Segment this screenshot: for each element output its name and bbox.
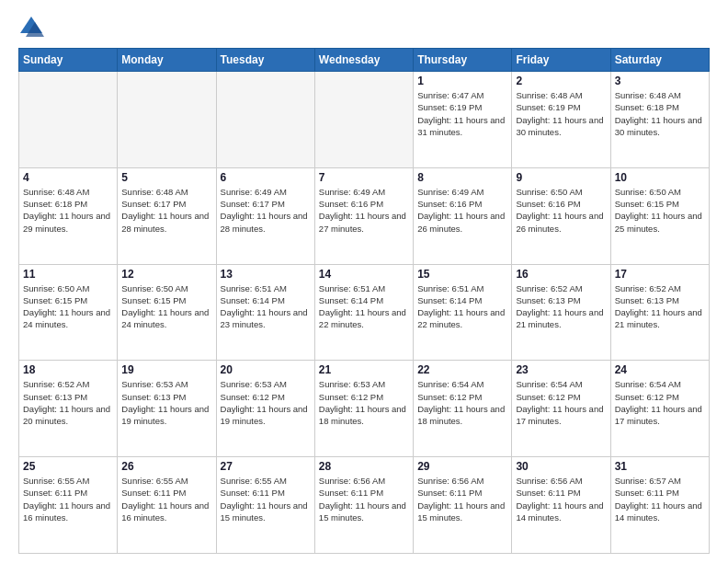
calendar-header-row: SundayMondayTuesdayWednesdayThursdayFrid… [19, 49, 710, 72]
calendar-cell [19, 72, 118, 168]
calendar-cell: 18Sunrise: 6:52 AMSunset: 6:13 PMDayligh… [19, 361, 118, 457]
calendar-week-4: 18Sunrise: 6:52 AMSunset: 6:13 PMDayligh… [19, 361, 710, 457]
calendar-cell: 17Sunrise: 6:52 AMSunset: 6:13 PMDayligh… [610, 264, 709, 361]
calendar-cell: 2Sunrise: 6:48 AMSunset: 6:19 PMDaylight… [512, 72, 610, 168]
calendar-cell [216, 72, 314, 168]
day-number: 1 [417, 75, 507, 87]
day-number: 26 [121, 460, 211, 473]
day-number: 11 [23, 268, 113, 281]
day-number: 9 [516, 171, 606, 184]
logo-icon [18, 15, 44, 40]
day-info: Sunrise: 6:50 AMSunset: 6:15 PMDaylight:… [615, 186, 705, 235]
calendar-week-3: 11Sunrise: 6:50 AMSunset: 6:15 PMDayligh… [19, 264, 710, 361]
day-info: Sunrise: 6:48 AMSunset: 6:18 PMDaylight:… [23, 186, 113, 235]
column-header-friday: Friday [512, 49, 610, 72]
day-number: 15 [417, 268, 507, 281]
day-info: Sunrise: 6:49 AMSunset: 6:16 PMDaylight:… [417, 186, 507, 235]
day-info: Sunrise: 6:52 AMSunset: 6:13 PMDaylight:… [615, 282, 705, 331]
day-number: 20 [221, 363, 311, 376]
page: SundayMondayTuesdayWednesdayThursdayFrid… [0, 0, 728, 563]
day-number: 31 [615, 460, 705, 473]
day-info: Sunrise: 6:54 AMSunset: 6:12 PMDaylight:… [417, 378, 507, 427]
day-number: 10 [615, 171, 705, 184]
day-number: 6 [221, 171, 311, 184]
day-info: Sunrise: 6:56 AMSunset: 6:11 PMDaylight:… [319, 475, 409, 523]
calendar-cell: 13Sunrise: 6:51 AMSunset: 6:14 PMDayligh… [216, 264, 314, 361]
day-number: 2 [516, 75, 606, 87]
day-info: Sunrise: 6:51 AMSunset: 6:14 PMDaylight:… [221, 282, 311, 331]
day-info: Sunrise: 6:50 AMSunset: 6:15 PMDaylight:… [23, 282, 113, 331]
calendar-cell: 6Sunrise: 6:49 AMSunset: 6:17 PMDaylight… [216, 167, 314, 264]
calendar-cell: 5Sunrise: 6:48 AMSunset: 6:17 PMDaylight… [118, 167, 216, 264]
day-number: 17 [615, 268, 705, 281]
calendar-cell: 1Sunrise: 6:47 AMSunset: 6:19 PMDaylight… [414, 72, 512, 168]
calendar-cell: 22Sunrise: 6:54 AMSunset: 6:12 PMDayligh… [414, 361, 512, 457]
column-header-sunday: Sunday [19, 49, 118, 72]
calendar-cell [314, 72, 413, 168]
calendar-cell [118, 72, 216, 168]
calendar-cell: 29Sunrise: 6:56 AMSunset: 6:11 PMDayligh… [414, 457, 512, 554]
day-info: Sunrise: 6:55 AMSunset: 6:11 PMDaylight:… [121, 475, 211, 523]
day-number: 5 [121, 171, 211, 184]
day-info: Sunrise: 6:48 AMSunset: 6:19 PMDaylight:… [516, 89, 606, 138]
day-info: Sunrise: 6:53 AMSunset: 6:12 PMDaylight:… [221, 378, 311, 427]
column-header-wednesday: Wednesday [314, 49, 413, 72]
column-header-thursday: Thursday [414, 49, 512, 72]
calendar-cell: 24Sunrise: 6:54 AMSunset: 6:12 PMDayligh… [610, 361, 709, 457]
calendar-cell: 7Sunrise: 6:49 AMSunset: 6:16 PMDaylight… [314, 167, 413, 264]
column-header-tuesday: Tuesday [216, 49, 314, 72]
calendar-cell: 16Sunrise: 6:52 AMSunset: 6:13 PMDayligh… [512, 264, 610, 361]
day-number: 16 [516, 268, 606, 281]
day-number: 21 [319, 363, 409, 376]
day-info: Sunrise: 6:55 AMSunset: 6:11 PMDaylight:… [221, 475, 311, 523]
day-number: 29 [417, 460, 507, 473]
calendar-cell: 8Sunrise: 6:49 AMSunset: 6:16 PMDaylight… [414, 167, 512, 264]
calendar-cell: 28Sunrise: 6:56 AMSunset: 6:11 PMDayligh… [314, 457, 413, 554]
day-info: Sunrise: 6:52 AMSunset: 6:13 PMDaylight:… [23, 378, 113, 427]
day-number: 3 [615, 75, 705, 87]
calendar-cell: 20Sunrise: 6:53 AMSunset: 6:12 PMDayligh… [216, 361, 314, 457]
calendar-week-2: 4Sunrise: 6:48 AMSunset: 6:18 PMDaylight… [19, 167, 710, 264]
day-info: Sunrise: 6:54 AMSunset: 6:12 PMDaylight:… [516, 378, 606, 427]
day-info: Sunrise: 6:56 AMSunset: 6:11 PMDaylight:… [417, 475, 507, 523]
day-number: 7 [319, 171, 409, 184]
calendar-cell: 11Sunrise: 6:50 AMSunset: 6:15 PMDayligh… [19, 264, 118, 361]
calendar-cell: 19Sunrise: 6:53 AMSunset: 6:13 PMDayligh… [118, 361, 216, 457]
calendar-cell: 26Sunrise: 6:55 AMSunset: 6:11 PMDayligh… [118, 457, 216, 554]
day-info: Sunrise: 6:49 AMSunset: 6:16 PMDaylight:… [319, 186, 409, 235]
calendar-cell: 4Sunrise: 6:48 AMSunset: 6:18 PMDaylight… [19, 167, 118, 264]
day-number: 4 [23, 171, 113, 184]
day-number: 28 [319, 460, 409, 473]
day-info: Sunrise: 6:56 AMSunset: 6:11 PMDaylight:… [516, 475, 606, 523]
day-number: 25 [23, 460, 113, 473]
column-header-saturday: Saturday [610, 49, 709, 72]
calendar-cell: 27Sunrise: 6:55 AMSunset: 6:11 PMDayligh… [216, 457, 314, 554]
header [18, 15, 710, 40]
day-number: 23 [516, 363, 606, 376]
day-number: 13 [221, 268, 311, 281]
calendar-cell: 12Sunrise: 6:50 AMSunset: 6:15 PMDayligh… [118, 264, 216, 361]
column-header-monday: Monday [118, 49, 216, 72]
day-info: Sunrise: 6:57 AMSunset: 6:11 PMDaylight:… [615, 475, 705, 523]
day-info: Sunrise: 6:48 AMSunset: 6:18 PMDaylight:… [615, 89, 705, 138]
day-info: Sunrise: 6:53 AMSunset: 6:12 PMDaylight:… [319, 378, 409, 427]
day-number: 30 [516, 460, 606, 473]
calendar-table: SundayMondayTuesdayWednesdayThursdayFrid… [18, 48, 710, 554]
day-number: 14 [319, 268, 409, 281]
day-number: 19 [121, 363, 211, 376]
day-number: 18 [23, 363, 113, 376]
calendar-week-5: 25Sunrise: 6:55 AMSunset: 6:11 PMDayligh… [19, 457, 710, 554]
day-number: 8 [417, 171, 507, 184]
calendar-cell: 31Sunrise: 6:57 AMSunset: 6:11 PMDayligh… [610, 457, 709, 554]
calendar-cell: 30Sunrise: 6:56 AMSunset: 6:11 PMDayligh… [512, 457, 610, 554]
day-info: Sunrise: 6:51 AMSunset: 6:14 PMDaylight:… [417, 282, 507, 331]
day-info: Sunrise: 6:54 AMSunset: 6:12 PMDaylight:… [615, 378, 705, 427]
day-number: 24 [615, 363, 705, 376]
calendar-cell: 14Sunrise: 6:51 AMSunset: 6:14 PMDayligh… [314, 264, 413, 361]
calendar-cell: 3Sunrise: 6:48 AMSunset: 6:18 PMDaylight… [610, 72, 709, 168]
logo [18, 15, 48, 40]
day-info: Sunrise: 6:53 AMSunset: 6:13 PMDaylight:… [121, 378, 211, 427]
day-info: Sunrise: 6:50 AMSunset: 6:15 PMDaylight:… [121, 282, 211, 331]
calendar-cell: 23Sunrise: 6:54 AMSunset: 6:12 PMDayligh… [512, 361, 610, 457]
day-info: Sunrise: 6:48 AMSunset: 6:17 PMDaylight:… [121, 186, 211, 235]
